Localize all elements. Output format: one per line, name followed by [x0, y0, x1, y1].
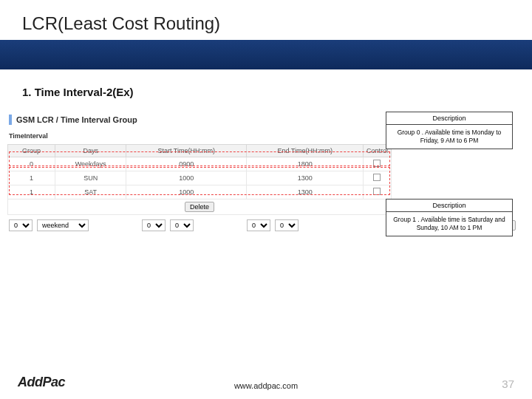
- cell-end: 1300: [247, 171, 364, 185]
- cell-start: 1000: [126, 171, 247, 185]
- description-box-2: Description Group 1 . Available time is …: [386, 199, 513, 236]
- section-bar-icon: [9, 115, 12, 125]
- time-interval-table: Group Days Start Time(HH:mm) End Time(HH…: [7, 144, 392, 215]
- cell-control: [363, 157, 391, 171]
- cell-end: 1800: [247, 157, 364, 171]
- col-days: Days: [55, 145, 126, 157]
- start-hour-select[interactable]: 0: [142, 219, 166, 231]
- col-end: End Time(HH:mm): [247, 145, 364, 157]
- cell-group: 1: [8, 185, 55, 200]
- title-bar: LCR(Least Cost Routing): [0, 0, 532, 40]
- footer: AddPac www.addpac.com 37: [0, 375, 532, 390]
- table-row: 0 Weekdays 0900 1800: [8, 157, 392, 171]
- cell-end: 1300: [247, 185, 364, 200]
- subtitle: 1. Time Interval-2(Ex): [0, 69, 532, 106]
- delete-button[interactable]: Delete: [185, 202, 214, 212]
- col-group: Group: [8, 145, 55, 157]
- delete-row: Delete: [8, 200, 392, 215]
- col-start: Start Time(HH:mm): [126, 145, 247, 157]
- logo: AddPac: [18, 375, 65, 390]
- group-select[interactable]: 0: [9, 219, 33, 231]
- checkbox-icon[interactable]: [373, 160, 381, 167]
- section-title: GSM LCR / Time Interval Group: [16, 115, 137, 124]
- page-title: LCR(Least Cost Routing): [22, 13, 510, 34]
- page-number: 37: [502, 378, 514, 390]
- description-head: Description: [386, 112, 512, 125]
- cell-days: Weekdays: [55, 157, 126, 171]
- table-row: 1 SAT 1000 1300: [8, 185, 392, 200]
- description-head: Description: [386, 200, 512, 212]
- cell-start: 1000: [126, 185, 247, 200]
- blue-band: [0, 40, 532, 69]
- checkbox-icon[interactable]: [373, 188, 381, 195]
- description-body: Group 1 . Available time is Saturday and…: [386, 212, 512, 236]
- cell-control: [363, 171, 391, 185]
- start-min-select[interactable]: 0: [170, 219, 194, 231]
- content-area: GSM LCR / Time Interval Group TimeInterv…: [7, 112, 517, 236]
- day-select[interactable]: weekend: [37, 219, 89, 231]
- description-box-1: Description Group 0 . Available time is …: [386, 112, 513, 149]
- table-row: 1 SUN 1000 1300: [8, 171, 392, 185]
- cell-start: 0900: [126, 157, 247, 171]
- footer-url: www.addpac.com: [234, 381, 298, 390]
- cell-days: SAT: [55, 185, 126, 200]
- delete-cell: Delete: [8, 200, 392, 215]
- cell-control: [363, 185, 391, 200]
- end-min-select[interactable]: 0: [275, 219, 299, 231]
- table-header-row: Group Days Start Time(HH:mm) End Time(HH…: [8, 145, 392, 157]
- description-body: Group 0 . Available time is Monday to Fr…: [386, 125, 512, 149]
- cell-group: 1: [8, 171, 55, 185]
- cell-group: 0: [8, 157, 55, 171]
- checkbox-icon[interactable]: [373, 174, 381, 181]
- cell-days: SUN: [55, 171, 126, 185]
- end-hour-select[interactable]: 0: [247, 219, 270, 231]
